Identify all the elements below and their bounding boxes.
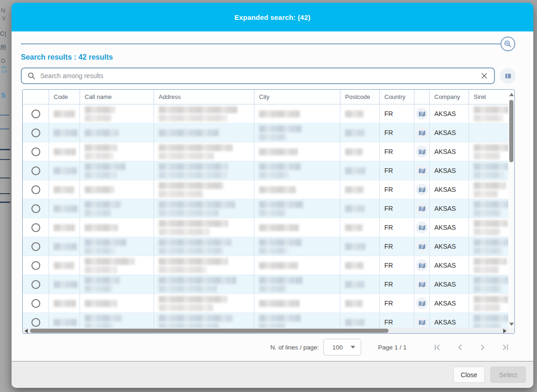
vertical-scrollbar[interactable] bbox=[508, 90, 514, 328]
table-row[interactable]: FRAKSAS bbox=[23, 123, 508, 142]
select-button[interactable]: Select bbox=[490, 367, 526, 383]
redacted-bar bbox=[259, 172, 289, 178]
table-row[interactable]: FRAKSAS bbox=[23, 313, 508, 328]
map-pin-chip[interactable] bbox=[416, 202, 428, 214]
redacted-value bbox=[85, 239, 126, 254]
company-value: AKSAS bbox=[434, 262, 456, 269]
map-pin-chip[interactable] bbox=[416, 316, 428, 328]
table-row[interactable]: FRAKSAS bbox=[23, 180, 508, 199]
redacted-value bbox=[85, 163, 125, 178]
cell-siret bbox=[469, 161, 508, 180]
country-value: FR bbox=[384, 262, 393, 269]
column-header-code[interactable]: Code bbox=[49, 90, 80, 104]
redacted-bar bbox=[159, 209, 219, 216]
scroll-down-arrow[interactable] bbox=[509, 323, 514, 326]
last-page-button[interactable] bbox=[501, 343, 509, 351]
column-header-company[interactable]: Company bbox=[430, 90, 469, 104]
row-radio-button[interactable] bbox=[31, 129, 40, 137]
cell-select bbox=[23, 142, 49, 161]
table-row[interactable]: FRAKSAS bbox=[23, 237, 508, 256]
map-pin-chip[interactable] bbox=[416, 278, 428, 290]
map-pin-chip[interactable] bbox=[416, 259, 428, 271]
map-pin-chip[interactable] bbox=[416, 221, 428, 233]
next-page-button[interactable] bbox=[479, 343, 487, 351]
row-radio-button[interactable] bbox=[31, 185, 40, 194]
redacted-value bbox=[474, 106, 508, 122]
row-radio-button[interactable] bbox=[31, 318, 40, 327]
row-radio-button[interactable] bbox=[31, 147, 40, 156]
cell-country: FR bbox=[380, 313, 414, 328]
previous-page-button[interactable] bbox=[456, 343, 464, 351]
horizontal-scrollbar[interactable] bbox=[23, 328, 508, 333]
map-pin-chip[interactable] bbox=[416, 165, 428, 177]
map-pin-icon bbox=[419, 129, 426, 136]
redacted-bar bbox=[474, 304, 500, 311]
cell-map bbox=[414, 313, 430, 328]
table-row[interactable]: FRAKSAS bbox=[23, 256, 508, 275]
redacted-bar bbox=[345, 205, 364, 212]
column-header-city[interactable]: City bbox=[254, 90, 340, 104]
table-row[interactable]: FRAKSAS bbox=[23, 275, 508, 294]
map-pin-icon bbox=[419, 205, 426, 212]
table-row[interactable]: FRAKSAS bbox=[23, 218, 508, 237]
dialog-header: Expanded search: (42) bbox=[12, 3, 533, 31]
lines-per-page-select[interactable]: 100 bbox=[323, 339, 361, 355]
clear-search-button[interactable] bbox=[481, 73, 488, 79]
map-pin-chip[interactable] bbox=[416, 127, 428, 139]
table-row[interactable]: FRAKSAS bbox=[23, 294, 508, 313]
row-radio-button[interactable] bbox=[31, 242, 40, 251]
cell-select bbox=[23, 218, 49, 237]
redacted-bar bbox=[159, 315, 233, 322]
column-header-map[interactable] bbox=[414, 90, 430, 104]
row-radio-button[interactable] bbox=[31, 223, 40, 232]
table-row[interactable]: FRAKSAS bbox=[23, 104, 508, 123]
map-pin-chip[interactable] bbox=[416, 297, 428, 309]
table-row[interactable]: FRAKSAS bbox=[23, 161, 508, 180]
row-radio-button[interactable] bbox=[31, 280, 40, 289]
search-input[interactable] bbox=[39, 72, 481, 80]
close-button[interactable]: Close bbox=[453, 367, 485, 383]
redacted-bar bbox=[474, 209, 501, 216]
column-header-select[interactable] bbox=[23, 90, 49, 104]
row-radio-button[interactable] bbox=[31, 166, 40, 175]
redacted-value bbox=[85, 106, 115, 122]
horizontal-scrollbar-thumb[interactable] bbox=[30, 329, 389, 333]
column-header-siret[interactable]: Siret bbox=[469, 90, 508, 104]
scroll-right-arrow[interactable] bbox=[503, 329, 506, 333]
redacted-value bbox=[159, 239, 232, 254]
redacted-value bbox=[159, 106, 237, 122]
column-settings-button[interactable] bbox=[500, 68, 516, 84]
map-pin-chip[interactable] bbox=[416, 240, 428, 252]
map-pin-chip[interactable] bbox=[416, 108, 428, 120]
map-pin-chip[interactable] bbox=[416, 146, 428, 158]
column-header-addr[interactable]: Address bbox=[154, 90, 254, 104]
cell-select bbox=[23, 161, 49, 180]
row-radio-button[interactable] bbox=[31, 204, 40, 213]
table-body: FRAKSASFRAKSASFRAKSASFRAKSASFRAKSASFRAKS… bbox=[23, 104, 508, 328]
cell-addr bbox=[154, 161, 254, 180]
cell-country: FR bbox=[380, 275, 414, 294]
cell-call bbox=[80, 123, 154, 142]
column-header-call[interactable]: Call name bbox=[80, 90, 154, 104]
row-radio-button[interactable] bbox=[31, 299, 40, 308]
cell-code bbox=[49, 237, 80, 256]
table-row[interactable]: FRAKSAS bbox=[23, 142, 508, 161]
redacted-bar bbox=[474, 220, 508, 227]
table-row[interactable]: FRAKSAS bbox=[23, 199, 508, 218]
redacted-bar bbox=[259, 224, 299, 231]
row-radio-button[interactable] bbox=[31, 110, 40, 118]
row-radio-button[interactable] bbox=[31, 261, 40, 270]
redacted-bar bbox=[159, 239, 232, 246]
first-page-button[interactable] bbox=[433, 343, 441, 351]
backdrop-text-fragment: 23 bbox=[1, 66, 6, 69]
cell-country: FR bbox=[380, 180, 414, 199]
column-header-country[interactable]: Country bbox=[380, 90, 414, 104]
map-pin-chip[interactable] bbox=[416, 184, 428, 196]
redacted-bar bbox=[345, 300, 363, 307]
column-header-post[interactable]: Postcode bbox=[340, 90, 380, 104]
scroll-left-arrow[interactable] bbox=[25, 329, 28, 333]
zoom-in-button[interactable] bbox=[500, 37, 515, 51]
scroll-up-arrow[interactable] bbox=[509, 93, 514, 96]
vertical-scrollbar-thumb[interactable] bbox=[509, 100, 513, 162]
redacted-value bbox=[159, 220, 228, 235]
